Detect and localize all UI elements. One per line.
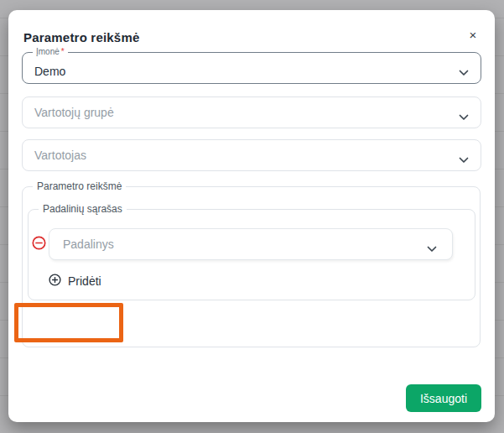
chevron-down-icon [459, 109, 469, 116]
chevron-down-icon [427, 241, 437, 248]
save-button[interactable]: Išsaugoti [406, 384, 481, 412]
page-backdrop: Parametro reikšmė × Įmonė* Demo Vartotoj… [0, 0, 504, 433]
remove-department-button[interactable] [32, 236, 46, 250]
company-value: Demo [34, 58, 65, 78]
chevron-down-icon [459, 152, 469, 159]
modal-title: Parametro reikšmė [23, 30, 139, 44]
department-placeholder: Padalinys [63, 237, 114, 251]
department-list-legend: Padalinių sąrašas [39, 203, 127, 216]
department-select[interactable]: Padalinys [49, 228, 453, 260]
add-department-label: Pridėti [68, 274, 101, 288]
required-asterisk: * [61, 47, 65, 56]
chevron-down-icon [459, 65, 469, 71]
user-group-select[interactable]: Vartotojų grupė [22, 97, 481, 128]
parameter-value-fieldset: Parametro reikšmė Padalinių sąrašas Pada… [22, 186, 481, 347]
user-group-placeholder: Vartotojų grupė [34, 106, 114, 119]
close-button[interactable]: × [465, 27, 481, 44]
department-list-fieldset: Padalinių sąrašas Padalinys [28, 209, 475, 300]
user-select[interactable]: Vartotojas [22, 139, 481, 171]
plus-circle-icon [49, 274, 61, 289]
add-department-button[interactable]: Pridėti [49, 272, 101, 290]
parameter-value-modal: Parametro reikšmė × Įmonė* Demo Vartotoj… [8, 10, 495, 422]
minus-circle-icon [32, 240, 46, 253]
company-select[interactable]: Įmonė* Demo [22, 52, 481, 84]
company-label: Įmonė* [33, 47, 68, 57]
close-icon: × [470, 28, 477, 42]
user-placeholder: Vartotojas [34, 149, 86, 162]
parameter-value-legend: Parametro reikšmė [33, 180, 126, 193]
